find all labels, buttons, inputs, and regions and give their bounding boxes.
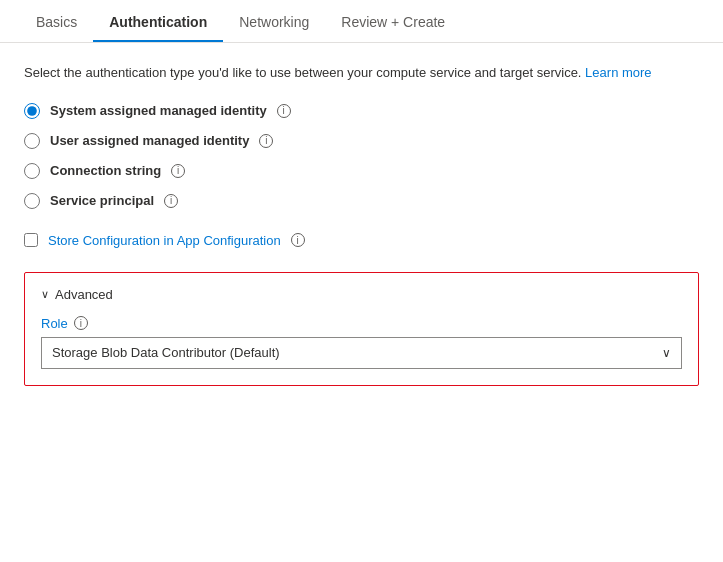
advanced-header[interactable]: ∨ Advanced [41,287,682,302]
option-connection-string[interactable]: Connection string i [24,163,699,179]
chevron-advanced-icon: ∨ [41,288,49,301]
info-icon-role[interactable]: i [74,316,88,330]
tab-navigation: Basics Authentication Networking Review … [0,0,723,43]
tab-basics[interactable]: Basics [20,0,93,42]
option-user-assigned-label: User assigned managed identity [50,133,249,148]
radio-service-principal[interactable] [24,193,40,209]
role-label: Role [41,316,68,331]
advanced-title: Advanced [55,287,113,302]
tab-review-create[interactable]: Review + Create [325,0,461,42]
store-config-label: Store Configuration in App Configuration [48,233,281,248]
option-service-principal[interactable]: Service principal i [24,193,699,209]
store-config-row: Store Configuration in App Configuration… [24,233,699,248]
info-icon-user-assigned[interactable]: i [259,134,273,148]
option-system-assigned[interactable]: System assigned managed identity i [24,103,699,119]
description-body: Select the authentication type you'd lik… [24,65,581,80]
info-icon-service-principal[interactable]: i [164,194,178,208]
option-system-assigned-label: System assigned managed identity [50,103,267,118]
option-service-principal-label: Service principal [50,193,154,208]
auth-options-group: System assigned managed identity i User … [24,103,699,209]
radio-connection-string[interactable] [24,163,40,179]
description-text: Select the authentication type you'd lik… [24,63,699,83]
option-user-assigned[interactable]: User assigned managed identity i [24,133,699,149]
radio-system-assigned[interactable] [24,103,40,119]
dropdown-chevron-icon: ∨ [662,346,671,360]
role-label-row: Role i [41,316,682,331]
learn-more-link[interactable]: Learn more [585,65,651,80]
info-icon-connection-string[interactable]: i [171,164,185,178]
role-dropdown-value: Storage Blob Data Contributor (Default) [52,345,280,360]
advanced-section: ∨ Advanced Role i Storage Blob Data Cont… [24,272,699,386]
tab-networking[interactable]: Networking [223,0,325,42]
info-icon-store-config[interactable]: i [291,233,305,247]
radio-user-assigned[interactable] [24,133,40,149]
tab-authentication[interactable]: Authentication [93,0,223,42]
option-connection-string-label: Connection string [50,163,161,178]
store-config-checkbox[interactable] [24,233,38,247]
role-dropdown[interactable]: Storage Blob Data Contributor (Default) … [41,337,682,369]
info-icon-system-assigned[interactable]: i [277,104,291,118]
main-content: Select the authentication type you'd lik… [0,43,723,406]
